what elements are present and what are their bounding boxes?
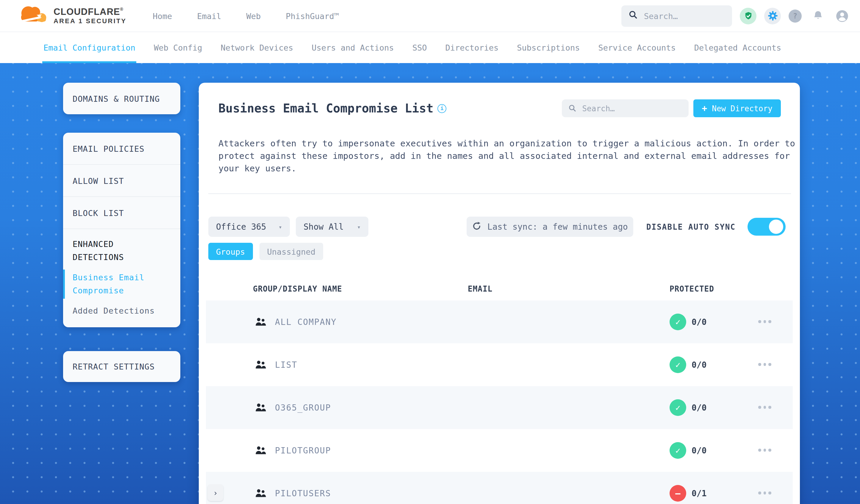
column-header-group-name: GROUP/DISPLAY NAME [253,285,342,293]
sidebar-item-business-email-compromise[interactable]: Business Email Compromise [73,271,150,297]
column-header-protected: PROTECTED [670,285,714,293]
group-icon [255,445,267,458]
section-divider [208,193,791,194]
cloudflare-cloud-icon [17,3,48,28]
protected-count: 0/0 [691,343,707,386]
chevron-down-icon: ▾ [357,224,361,230]
table-row[interactable]: ALL COMPANY ✓ 0/0 [206,301,793,343]
tab-network-devices[interactable]: Network Devices [220,32,293,63]
row-actions-menu[interactable] [758,363,771,366]
nav-item-home[interactable]: Home [153,11,172,20]
plus-icon: + [702,103,707,114]
table-row[interactable]: O365_GROUP ✓ 0/0 [206,386,793,429]
auto-sync-toggle[interactable] [747,218,786,236]
global-search[interactable] [621,5,732,27]
page-title: Business Email Compromise List [218,101,433,115]
brand-name: CLOUDFLARE® [54,7,127,17]
brand-subtitle: AREA 1 SECURITY [54,18,127,25]
protected-status-icon: ✓ [670,357,686,373]
chevron-down-icon: ▾ [278,224,282,230]
group-icon [255,402,267,415]
tab-email-configuration[interactable]: Email Configuration [43,32,135,63]
new-directory-button[interactable]: + New Directory [693,99,781,117]
protected-status-icon: − [670,485,686,502]
group-name: ALL COMPANY [275,301,336,343]
view-chips: Groups Unassigned [208,243,791,260]
group-icon [255,488,267,501]
protected-status-icon: ✓ [670,442,686,459]
group-icon [255,359,267,373]
primary-nav: Home Email Web PhishGuard™ [153,11,339,20]
sidebar-item-enhanced-detections[interactable]: ENHANCED DETECTIONS [73,238,162,264]
directory-select[interactable]: Office 365 ▾ [208,217,290,237]
top-bar-actions: ? [621,5,850,27]
sidebar-section-enhanced-detections: ENHANCED DETECTIONS Business Email Compr… [63,229,180,327]
group-name: PILOTGROUP [275,429,331,472]
expand-row-button[interactable]: › [208,484,223,501]
group-name: PILOTUSERS [275,472,331,504]
top-bar: CLOUDFLARE® AREA 1 SECURITY Home Email W… [0,0,860,32]
list-search-input[interactable] [581,103,682,113]
sidebar-item-block-list[interactable]: BLOCK LIST [63,197,180,229]
sidebar-email-settings-card: EMAIL POLICIES ALLOW LIST BLOCK LIST ENH… [63,133,180,327]
row-actions-menu[interactable] [758,406,771,408]
registered-mark: ® [120,7,124,11]
tab-directories[interactable]: Directories [445,32,499,63]
help-icon[interactable]: ? [789,9,802,22]
protected-count: 0/0 [691,429,707,472]
cloudflare-logo[interactable]: CLOUDFLARE® AREA 1 SECURITY [17,3,127,28]
account-icon[interactable] [834,8,850,24]
sidebar-item-email-policies[interactable]: EMAIL POLICIES [63,133,180,165]
config-tabs: Email Configuration Web Config Network D… [0,32,860,63]
auto-sync-label: DISABLE AUTO SYNC [646,222,736,231]
chip-groups[interactable]: Groups [208,243,253,260]
content-canvas: DOMAINS & ROUTING EMAIL POLICIES ALLOW L… [0,63,860,504]
column-header-email: EMAIL [468,285,492,293]
main-panel: Business Email Compromise List i + New D… [199,83,800,504]
tab-delegated-accounts[interactable]: Delegated Accounts [694,32,782,63]
nav-item-web[interactable]: Web [246,11,261,20]
protected-count: 0/1 [691,472,707,504]
sidebar-item-allow-list[interactable]: ALLOW LIST [63,165,180,197]
last-sync-button[interactable]: Last sync: a few minutes ago [467,217,633,237]
sidebar-item-retract-settings[interactable]: RETRACT SETTINGS [63,351,180,382]
row-actions-menu[interactable] [758,491,771,494]
app-root: CLOUDFLARE® AREA 1 SECURITY Home Email W… [0,0,860,504]
table-row[interactable]: LIST ✓ 0/0 [206,343,793,386]
search-icon [568,103,576,114]
protected-status-icon: ✓ [670,399,686,416]
sidebar-item-added-detections[interactable]: Added Detections [73,305,171,318]
panel-header: Business Email Compromise List i + New D… [199,83,800,117]
tab-subscriptions[interactable]: Subscriptions [517,32,580,63]
table-row[interactable]: › PILOTUSERS − 0/1 [206,472,793,504]
global-search-input[interactable] [643,11,725,21]
bell-icon[interactable] [809,8,826,24]
show-filter-select[interactable]: Show All ▾ [296,217,369,237]
tab-sso[interactable]: SSO [413,32,427,63]
list-search[interactable] [562,99,689,117]
tab-service-accounts[interactable]: Service Accounts [599,32,676,63]
table-row[interactable]: PILOTGROUP ✓ 0/0 [206,429,793,472]
row-actions-menu[interactable] [758,449,771,451]
row-actions-menu[interactable] [758,320,771,323]
sync-controls-row: Office 365 ▾ Show All ▾ Last sync: a few… [208,217,786,237]
sidebar-item-domains-routing[interactable]: DOMAINS & ROUTING [63,83,180,114]
group-name: O365_GROUP [275,386,331,429]
protected-count: 0/0 [691,386,707,429]
table-header: GROUP/DISPLAY NAME EMAIL PROTECTED [199,260,800,301]
chip-unassigned[interactable]: Unassigned [259,243,324,260]
page-description: Attackers often try to impersonate execu… [218,138,802,175]
group-icon [255,317,267,330]
protected-count: 0/0 [691,301,707,343]
refresh-icon [472,221,482,232]
group-name: LIST [275,343,297,386]
gear-icon[interactable] [764,8,781,24]
shield-check-icon[interactable] [740,8,757,24]
tab-web-config[interactable]: Web Config [154,32,202,63]
toggle-knob [769,219,783,234]
nav-item-email[interactable]: Email [197,11,221,20]
last-sync-label: Last sync: a few minutes ago [487,222,628,231]
nav-item-phishguard[interactable]: PhishGuard™ [286,11,339,20]
tab-users-and-actions[interactable]: Users and Actions [312,32,394,63]
info-icon[interactable]: i [438,104,446,113]
